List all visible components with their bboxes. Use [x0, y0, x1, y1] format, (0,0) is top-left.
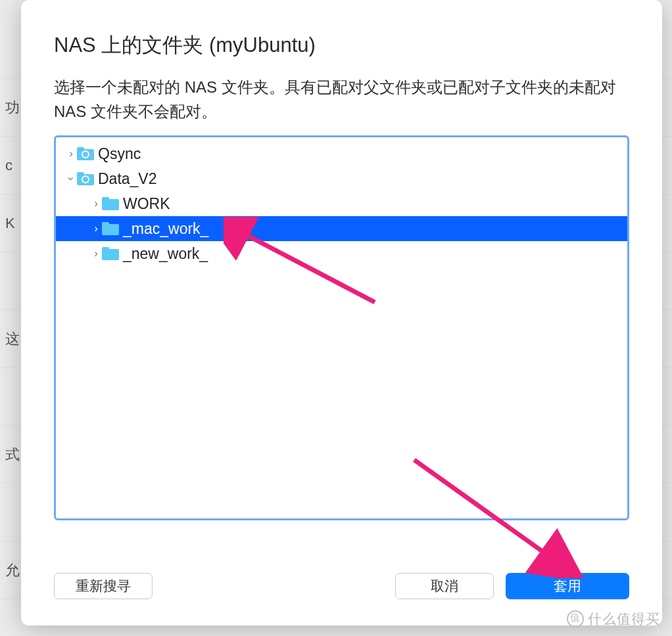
dialog-title: NAS 上的文件夹 (myUbuntu) [54, 32, 629, 59]
tree-item-qsync[interactable]: › Qsync [56, 141, 627, 166]
folder-icon [102, 222, 119, 235]
tree-item-label: _mac_work_ [123, 220, 208, 238]
folder-icon [102, 247, 119, 260]
cancel-button[interactable]: 取消 [395, 573, 494, 599]
tree-item-work[interactable]: › WORK [56, 191, 627, 216]
folder-tree[interactable]: › Qsync › Data_V2 › WORK › _mac_work_ › [54, 135, 629, 520]
folder-icon [102, 197, 119, 210]
folder-picker-dialog: NAS 上的文件夹 (myUbuntu) 选择一个未配对的 NAS 文件夹。具有… [21, 0, 662, 625]
tree-item-label: Data_V2 [98, 170, 157, 188]
tree-item-mac-work[interactable]: › _mac_work_ [56, 216, 627, 241]
chevron-right-icon: › [90, 197, 102, 210]
dialog-description: 选择一个未配对的 NAS 文件夹。具有已配对父文件夹或已配对子文件夹的未配对 N… [54, 75, 629, 124]
tree-item-label: WORK [123, 195, 170, 213]
folder-icon [77, 172, 94, 185]
chevron-right-icon: › [90, 222, 102, 235]
tree-item-label: _new_work_ [123, 245, 208, 263]
chevron-down-icon: › [64, 173, 78, 185]
refresh-button[interactable]: 重新搜寻 [54, 573, 153, 599]
tree-item-new-work[interactable]: › _new_work_ [56, 241, 627, 266]
watermark: 什么值得买 [567, 610, 660, 628]
tree-item-data-v2[interactable]: › Data_V2 [56, 166, 627, 191]
chevron-right-icon: › [65, 147, 77, 160]
folder-icon [77, 147, 94, 160]
chevron-right-icon: › [90, 247, 102, 260]
apply-button[interactable]: 套用 [506, 573, 629, 599]
tree-item-label: Qsync [98, 145, 141, 163]
watermark-icon [567, 610, 584, 627]
dialog-buttons: 重新搜寻 取消 套用 [54, 573, 629, 599]
watermark-text: 什么值得买 [588, 610, 660, 628]
